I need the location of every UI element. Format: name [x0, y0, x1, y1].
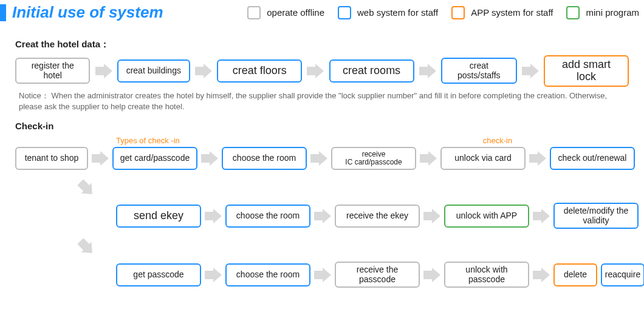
checkin-r3-d: unlock with passcode: [444, 262, 529, 288]
arrow-icon: [423, 209, 440, 223]
branch-arrow-icon: [76, 229, 97, 265]
arrow-icon: [533, 209, 550, 223]
legend-swatch-mini: [566, 6, 580, 19]
checkin-r3-c: receive the passcode: [335, 262, 420, 288]
legend-swatch-app: [451, 6, 465, 19]
legend-mini: mini program: [566, 6, 639, 19]
branch-arrow-icon: [76, 170, 97, 206]
arrow-icon: [314, 209, 331, 223]
arrow-icon: [418, 64, 437, 78]
checkin-r1-e: check out/renewal: [550, 147, 635, 170]
hotel-step-posts: creat posts/staffs: [441, 58, 517, 84]
arrow-icon: [533, 268, 550, 282]
hotel-step-smartlock: add smart lock: [544, 55, 629, 87]
hotel-step-buildings: creat buildings: [117, 59, 190, 83]
hotel-notice: Notice： When the administrator creates t…: [19, 90, 629, 112]
checkin-section-title: Check-in: [15, 121, 629, 131]
arrow-icon: [201, 151, 218, 166]
checkin-r1-b: choose the room: [222, 147, 307, 170]
legend-swatch-web: [338, 6, 351, 19]
legend-label-offline: operate offline: [267, 7, 324, 18]
title-bar: Initial use of system: [0, 3, 163, 22]
legend-swatch-offline: [247, 6, 261, 19]
checkin-r3-delete: delete: [553, 263, 597, 286]
legend: operate offline web system for staff APP…: [247, 6, 639, 19]
checkin-row-1: tenant to shop get card/passcode choose …: [15, 147, 629, 170]
page-title: Initial use of system: [12, 3, 163, 22]
checkin-r3-a: get passcode: [116, 263, 201, 286]
checkin-row-3: get passcode choose the room receive the…: [15, 262, 629, 288]
header: Initial use of system operate offline we…: [0, 0, 644, 27]
arrow-icon: [314, 268, 331, 282]
hotel-step-register: register the hotel: [15, 58, 90, 84]
arrow-icon: [306, 64, 325, 78]
checkin-section: Check-in Types of check -in check-in ten…: [0, 121, 644, 288]
arrow-icon: [205, 268, 222, 282]
checkin-annot-types: Types of check -in: [116, 136, 201, 146]
hotel-step-floors: creat floors: [217, 59, 302, 83]
checkin-annot-checkin: check-in: [455, 136, 540, 146]
checkin-r3-b: choose the room: [225, 263, 310, 286]
checkin-r2-e: delete/modify the validity: [553, 203, 639, 229]
hotel-section: Creat the hotel data： register the hotel…: [0, 27, 644, 112]
checkin-row-2: send ekey choose the room receive the ek…: [15, 203, 629, 229]
arrow-icon: [194, 64, 213, 78]
arrow-icon: [94, 64, 113, 78]
legend-web: web system for staff: [338, 6, 438, 19]
hotel-flow: register the hotel creat buildings creat…: [15, 55, 629, 87]
checkin-r2-c: receive the ekey: [335, 205, 420, 228]
checkin-annot-row: Types of check -in check-in: [15, 136, 629, 147]
arrow-icon: [205, 209, 222, 223]
arrow-icon: [310, 151, 327, 166]
arrow-icon: [92, 151, 109, 166]
arrow-icon: [529, 151, 546, 166]
arrow-icon: [423, 268, 440, 282]
arrow-icon: [521, 64, 540, 78]
checkin-r2-d: unlock with APP: [444, 205, 529, 228]
legend-app: APP system for staff: [451, 6, 553, 19]
checkin-tenant: tenant to shop: [15, 147, 88, 170]
legend-offline: operate offline: [247, 6, 324, 19]
hotel-section-title: Creat the hotel data：: [15, 39, 629, 50]
checkin-r1-a: get card/passcode: [112, 147, 197, 170]
checkin-r2-b: choose the room: [225, 205, 310, 228]
legend-label-web: web system for staff: [357, 7, 438, 18]
title-accent: [0, 4, 6, 21]
checkin-r1-c: receive IC card/passcode: [331, 147, 416, 170]
legend-label-app: APP system for staff: [471, 7, 553, 18]
legend-label-mini: mini program: [586, 7, 639, 18]
checkin-r3-reacquire: reacquire: [601, 263, 644, 286]
checkin-r1-d: unlock via card: [440, 147, 526, 170]
arrow-icon: [420, 151, 437, 166]
hotel-step-rooms: creat rooms: [329, 59, 414, 83]
checkin-r2-a: send ekey: [116, 205, 201, 228]
